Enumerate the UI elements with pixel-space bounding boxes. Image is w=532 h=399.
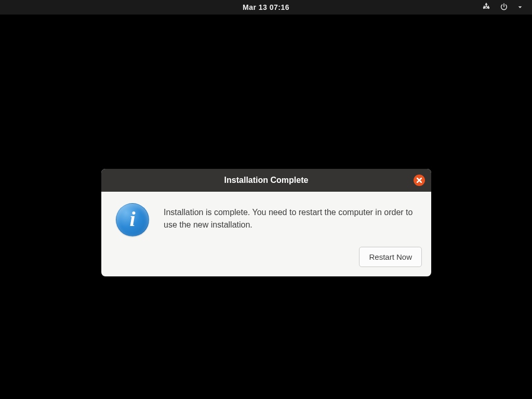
dialog-title: Installation Complete — [224, 176, 309, 185]
dialog-actions: Restart Now — [101, 242, 431, 276]
svg-point-1 — [483, 7, 485, 9]
restart-now-button[interactable]: Restart Now — [359, 247, 422, 267]
installation-complete-dialog: Installation Complete i Installation is … — [101, 169, 431, 276]
chevron-down-icon[interactable] — [517, 3, 523, 11]
top-bar: Mar 13 07:16 — [0, 0, 532, 15]
clock[interactable]: Mar 13 07:16 — [243, 3, 289, 11]
svg-point-2 — [488, 7, 489, 9]
close-icon — [417, 176, 422, 185]
svg-point-0 — [486, 3, 487, 5]
info-glyph: i — [129, 209, 135, 230]
network-icon[interactable] — [482, 3, 490, 12]
system-status-area[interactable] — [482, 0, 523, 15]
info-icon: i — [116, 203, 149, 236]
dialog-body: i Installation is complete. You need to … — [101, 192, 431, 242]
dialog-message: Installation is complete. You need to re… — [164, 203, 417, 231]
close-button[interactable] — [414, 175, 425, 186]
power-icon[interactable] — [500, 3, 508, 12]
dialog-titlebar: Installation Complete — [101, 169, 431, 192]
